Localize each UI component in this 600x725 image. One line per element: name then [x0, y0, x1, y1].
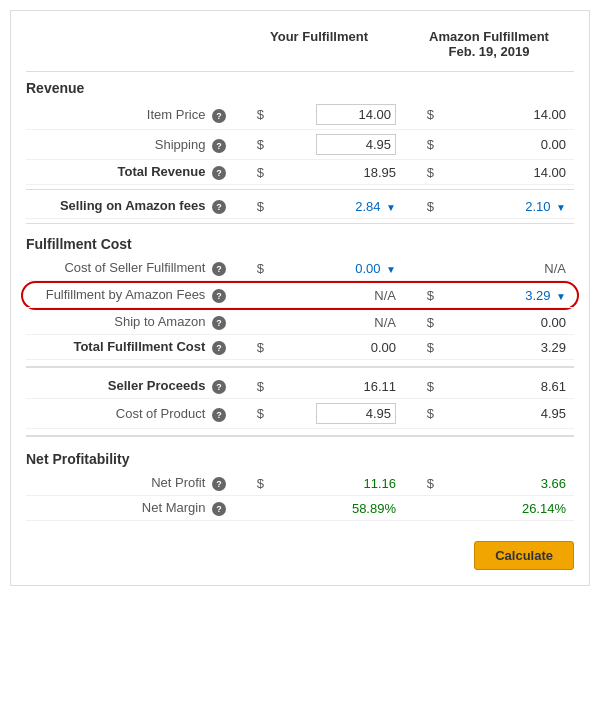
amazon-fulfillment-header: Amazon Fulfillment Feb. 19, 2019: [404, 29, 574, 59]
revenue-section-title: Revenue: [26, 72, 574, 100]
shipping-your-currency: $: [234, 137, 264, 152]
separator-4: [26, 435, 574, 437]
shipping-row: Shipping ? $ 4.95 $ 0.00: [26, 130, 574, 160]
ship-to-amazon-your-value: N/A: [264, 315, 404, 330]
total-fulfillment-your-currency: $: [234, 340, 264, 355]
cost-of-product-row: Cost of Product ? $ 4.95 $ 4.95: [26, 399, 574, 429]
selling-fees-row: Selling on Amazon fees ? $ 2.84 ▼ $ 2.10…: [26, 194, 574, 219]
total-fulfillment-label: Total Fulfillment Cost ?: [26, 339, 234, 355]
net-profit-amazon-value: 3.66: [434, 476, 574, 491]
selling-fees-your-link[interactable]: 2.84: [355, 199, 380, 214]
fba-fees-amazon-arrow[interactable]: ▼: [556, 291, 566, 302]
selling-fees-your-value: 2.84 ▼: [264, 199, 404, 214]
shipping-info-icon[interactable]: ?: [212, 139, 226, 153]
net-profit-your-currency: $: [234, 476, 264, 491]
seller-proceeds-your-currency: $: [234, 379, 264, 394]
your-fulfillment-header: Your Fulfillment: [234, 29, 404, 59]
net-margin-amazon-value: 26.14%: [434, 501, 574, 516]
ship-to-amazon-label: Ship to Amazon ?: [26, 314, 234, 330]
cost-of-product-info-icon[interactable]: ?: [212, 408, 226, 422]
shipping-amazon-currency: $: [404, 137, 434, 152]
fba-fees-info-icon[interactable]: ?: [212, 289, 226, 303]
total-revenue-amazon-currency: $: [404, 165, 434, 180]
net-margin-info-icon[interactable]: ?: [212, 502, 226, 516]
separator-1: [26, 189, 574, 190]
selling-fees-amazon-currency: $: [404, 199, 434, 214]
total-revenue-info-icon[interactable]: ?: [212, 166, 226, 180]
net-profit-amazon-currency: $: [404, 476, 434, 491]
fba-fees-amazon-link[interactable]: 3.29: [525, 288, 550, 303]
seller-proceeds-label: Seller Proceeds ?: [26, 378, 234, 394]
selling-fees-your-arrow[interactable]: ▼: [386, 202, 396, 213]
fba-fees-row: Fulfillment by Amazon Fees ? N/A $ 3.29 …: [26, 283, 574, 308]
fba-fees-amazon-currency: $: [404, 288, 434, 303]
ship-to-amazon-amazon-value: 0.00: [434, 315, 574, 330]
seller-fulfillment-your-arrow[interactable]: ▼: [386, 264, 396, 275]
item-price-your-currency: $: [234, 107, 264, 122]
separator-3: [26, 366, 574, 368]
selling-fees-label: Selling on Amazon fees ?: [26, 198, 234, 214]
cost-of-product-your-currency: $: [234, 406, 264, 421]
total-revenue-label: Total Revenue ?: [26, 164, 234, 180]
seller-proceeds-info-icon[interactable]: ?: [212, 380, 226, 394]
calculate-button[interactable]: Calculate: [474, 541, 574, 570]
seller-proceeds-amazon-currency: $: [404, 379, 434, 394]
fba-fees-highlight-container: Fulfillment by Amazon Fees ? N/A $ 3.29 …: [26, 283, 574, 308]
total-revenue-amazon-value: 14.00: [434, 165, 574, 180]
total-fulfillment-amazon-currency: $: [404, 340, 434, 355]
shipping-your-value: 4.95: [264, 134, 404, 155]
seller-fulfillment-info-icon[interactable]: ?: [212, 262, 226, 276]
item-price-row: Item Price ? $ 14.00 $ 14.00: [26, 100, 574, 130]
selling-fees-amazon-link[interactable]: 2.10: [525, 199, 550, 214]
amazon-fulfillment-label: Amazon Fulfillment: [429, 29, 549, 44]
net-profit-row: Net Profit ? $ 11.16 $ 3.66: [26, 471, 574, 496]
net-profitability-section-title: Net Profitability: [26, 443, 574, 471]
selling-fees-info-icon[interactable]: ?: [212, 200, 226, 214]
ship-to-amazon-info-icon[interactable]: ?: [212, 316, 226, 330]
cost-of-product-amazon-currency: $: [404, 406, 434, 421]
ship-to-amazon-amazon-currency: $: [404, 315, 434, 330]
net-profit-label: Net Profit ?: [26, 475, 234, 491]
seller-fulfillment-amazon-value: N/A: [434, 261, 574, 276]
fba-fees-label: Fulfillment by Amazon Fees ?: [26, 287, 234, 303]
ship-to-amazon-row: Ship to Amazon ? N/A $ 0.00: [26, 310, 574, 335]
total-revenue-your-currency: $: [234, 165, 264, 180]
amazon-fulfillment-date: Feb. 19, 2019: [449, 44, 530, 59]
total-revenue-your-value: 18.95: [264, 165, 404, 180]
cost-of-product-amazon-value: 4.95: [434, 406, 574, 421]
total-fulfillment-amazon-value: 3.29: [434, 340, 574, 355]
fulfillment-cost-section-title: Fulfillment Cost: [26, 228, 574, 256]
seller-fulfillment-label: Cost of Seller Fulfillment ?: [26, 260, 234, 276]
shipping-amazon-value: 0.00: [434, 137, 574, 152]
selling-fees-amazon-arrow[interactable]: ▼: [556, 202, 566, 213]
item-price-your-value: 14.00: [264, 104, 404, 125]
seller-proceeds-amazon-value: 8.61: [434, 379, 574, 394]
selling-fees-your-currency: $: [234, 199, 264, 214]
seller-fulfillment-row: Cost of Seller Fulfillment ? $ 0.00 ▼ N/…: [26, 256, 574, 281]
seller-fulfillment-your-link[interactable]: 0.00: [355, 261, 380, 276]
your-fulfillment-label: Your Fulfillment: [270, 29, 368, 44]
item-price-amazon-value: 14.00: [434, 107, 574, 122]
shipping-label: Shipping ?: [26, 137, 234, 153]
total-fulfillment-info-icon[interactable]: ?: [212, 341, 226, 355]
selling-fees-amazon-value: 2.10 ▼: [434, 199, 574, 214]
net-margin-your-value: 58.89%: [264, 501, 404, 516]
seller-proceeds-your-value: 16.11: [264, 379, 404, 394]
total-fulfillment-row: Total Fulfillment Cost ? $ 0.00 $ 3.29: [26, 335, 574, 360]
seller-proceeds-row: Seller Proceeds ? $ 16.11 $ 8.61: [26, 374, 574, 399]
fba-fees-amazon-value: 3.29 ▼: [434, 288, 574, 303]
fee-calculator: Your Fulfillment Amazon Fulfillment Feb.…: [10, 10, 590, 586]
item-price-amazon-currency: $: [404, 107, 434, 122]
calculate-button-container: Calculate: [26, 521, 574, 575]
seller-fulfillment-your-value: 0.00 ▼: [264, 261, 404, 276]
total-revenue-row: Total Revenue ? $ 18.95 $ 14.00: [26, 160, 574, 185]
net-margin-row: Net Margin ? 58.89% 26.14%: [26, 496, 574, 521]
net-profit-your-value: 11.16: [264, 476, 404, 491]
cost-of-product-your-value: 4.95: [264, 403, 404, 424]
total-fulfillment-your-value: 0.00: [264, 340, 404, 355]
fba-fees-your-value: N/A: [264, 288, 404, 303]
item-price-info-icon[interactable]: ?: [212, 109, 226, 123]
separator-2: [26, 223, 574, 224]
header-row: Your Fulfillment Amazon Fulfillment Feb.…: [26, 21, 574, 72]
net-profit-info-icon[interactable]: ?: [212, 477, 226, 491]
